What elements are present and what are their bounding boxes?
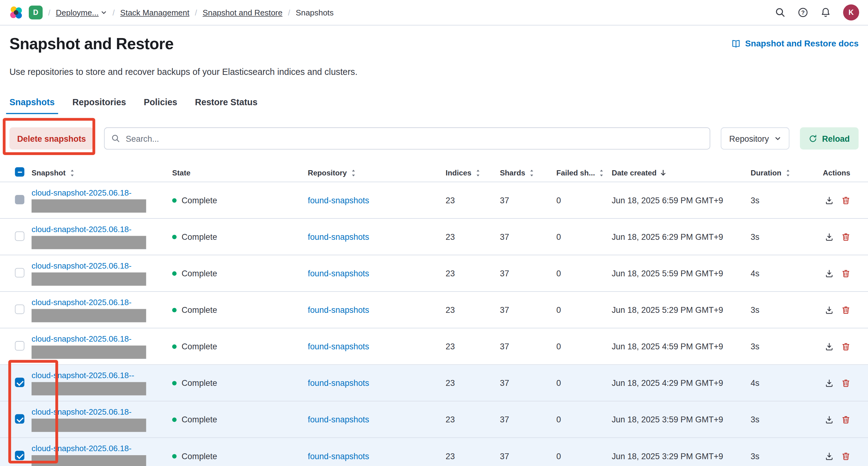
breadcrumb-separator: / (48, 8, 51, 17)
notifications-button[interactable] (820, 7, 831, 18)
repository-link[interactable]: found-snapshots (308, 378, 369, 387)
row-checkbox[interactable] (15, 231, 24, 241)
snapshot-link[interactable]: cloud-snapshot-2025.06.18- (32, 298, 131, 307)
search-button[interactable] (775, 7, 785, 18)
redacted-snapshot-name (32, 455, 146, 466)
column-header-failed-shards[interactable]: Failed sh... (556, 168, 612, 177)
download-snapshot-button[interactable] (825, 196, 834, 205)
date-created-value: Jun 18, 2025 3:59 PM GMT+9 (612, 415, 723, 424)
delete-snapshot-button[interactable] (841, 452, 850, 460)
repository-link[interactable]: found-snapshots (308, 342, 369, 351)
reload-button[interactable]: Reload (800, 127, 859, 150)
delete-snapshot-button[interactable] (841, 342, 850, 351)
repository-link[interactable]: found-snapshots (308, 305, 369, 314)
deployment-badge[interactable]: D (29, 6, 43, 20)
row-checkbox[interactable] (15, 414, 24, 423)
repository-link[interactable]: found-snapshots (308, 415, 369, 424)
state-label: Complete (182, 415, 217, 424)
snapshot-link[interactable]: cloud-snapshot-2025.06.18- (32, 334, 131, 343)
delete-snapshot-button[interactable] (841, 415, 850, 424)
delete-snapshot-button[interactable] (841, 378, 850, 387)
shards-value: 37 (500, 269, 509, 278)
docs-link[interactable]: Snapshot and Restore docs (731, 39, 859, 49)
column-label: Repository (308, 168, 347, 177)
tab-snapshots[interactable]: Snapshots (6, 93, 58, 114)
docs-book-icon (731, 39, 741, 48)
column-header-snapshot[interactable]: Snapshot (32, 168, 172, 177)
snapshot-link[interactable]: cloud-snapshot-2025.06.18- (32, 444, 131, 453)
delete-snapshot-button[interactable] (841, 232, 850, 241)
select-all-checkbox[interactable] (15, 167, 24, 176)
trash-icon (841, 378, 850, 387)
delete-snapshot-button[interactable] (841, 196, 850, 205)
download-snapshot-button[interactable] (825, 452, 834, 460)
redacted-snapshot-name (32, 309, 146, 322)
row-checkbox[interactable] (15, 451, 24, 460)
snapshot-link[interactable]: cloud-snapshot-2025.06.18- (32, 188, 131, 197)
row-checkbox[interactable] (15, 341, 24, 350)
repository-filter-button[interactable]: Repository (721, 127, 789, 150)
redacted-snapshot-name (32, 199, 146, 212)
breadcrumb-deployment[interactable]: Deployme... (56, 8, 107, 17)
column-header-indices[interactable]: Indices (446, 168, 500, 177)
status-dot (172, 454, 177, 458)
download-snapshot-button[interactable] (825, 269, 834, 278)
breadcrumb-snapshot-and-restore[interactable]: Snapshot and Restore (203, 8, 282, 17)
download-snapshot-button[interactable] (825, 342, 834, 351)
svg-text:?: ? (801, 9, 805, 16)
failed-shards-value: 0 (556, 195, 561, 205)
breadcrumb-snapshots-current: Snapshots (296, 8, 334, 17)
page-description: Use repositories to store and recover ba… (9, 66, 859, 77)
repository-link[interactable]: found-snapshots (308, 269, 369, 278)
breadcrumb-stack-management[interactable]: Stack Management (120, 8, 190, 17)
delete-snapshot-button[interactable] (841, 305, 850, 314)
duration-value: 4s (751, 269, 760, 278)
state-label: Complete (182, 378, 217, 387)
tab-restore-status[interactable]: Restore Status (192, 93, 261, 114)
snapshot-link[interactable]: cloud-snapshot-2025.06.18- (32, 261, 131, 270)
state-label: Complete (182, 269, 217, 278)
tab-policies[interactable]: Policies (141, 93, 181, 114)
tab-repositories[interactable]: Repositories (69, 93, 129, 114)
column-header-shards[interactable]: Shards (500, 168, 557, 177)
trash-icon (841, 452, 850, 460)
failed-shards-value: 0 (556, 415, 561, 424)
download-snapshot-button[interactable] (825, 378, 834, 387)
column-header-date-created[interactable]: Date created (612, 168, 750, 177)
search-input[interactable] (125, 133, 703, 144)
column-label: Snapshot (32, 168, 66, 177)
table-row: cloud-snapshot-2025.06.18-Completefound-… (0, 182, 868, 219)
column-label: Failed sh... (556, 168, 595, 177)
delete-snapshot-button[interactable] (841, 269, 850, 278)
user-avatar[interactable]: K (843, 4, 859, 21)
row-checkbox[interactable] (15, 377, 24, 387)
column-header-state: State (172, 168, 308, 177)
snapshot-link[interactable]: cloud-snapshot-2025.06.18- (32, 407, 131, 416)
download-snapshot-button[interactable] (825, 305, 834, 314)
repository-link[interactable]: found-snapshots (308, 195, 369, 205)
elastic-logo[interactable] (9, 5, 24, 20)
row-checkbox[interactable] (15, 195, 24, 204)
global-header: D / Deployme... / Stack Management / Sna… (0, 0, 868, 25)
failed-shards-value: 0 (556, 269, 561, 278)
download-snapshot-button[interactable] (825, 232, 834, 241)
delete-snapshots-button[interactable]: Delete snapshots (9, 127, 93, 150)
snapshot-link[interactable]: cloud-snapshot-2025.06.18-- (32, 371, 134, 380)
snapshot-link[interactable]: cloud-snapshot-2025.06.18- (32, 225, 131, 234)
repository-link[interactable]: found-snapshots (308, 451, 369, 460)
redacted-snapshot-name (32, 236, 146, 249)
redacted-snapshot-name (32, 345, 146, 359)
row-checkbox[interactable] (15, 268, 24, 277)
download-icon (825, 342, 834, 351)
row-checkbox[interactable] (15, 304, 24, 313)
duration-value: 3s (751, 451, 760, 460)
trash-icon (841, 196, 850, 205)
state-label: Complete (182, 342, 217, 351)
indices-value: 23 (446, 232, 455, 241)
column-header-repository[interactable]: Repository (308, 168, 446, 177)
help-button[interactable]: ? (798, 7, 808, 18)
repository-link[interactable]: found-snapshots (308, 232, 369, 241)
breadcrumb-separator: / (113, 8, 115, 17)
download-snapshot-button[interactable] (825, 415, 834, 424)
column-header-duration[interactable]: Duration (751, 168, 817, 177)
